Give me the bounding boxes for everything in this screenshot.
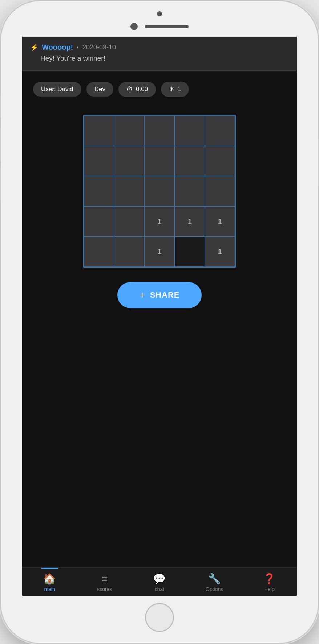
nav-label-scores: scores (97, 586, 112, 592)
timer-pill: ⏱ 0.00 (118, 82, 156, 97)
speaker-grille (145, 25, 189, 28)
nav-item-help[interactable]: ❓ Help (255, 573, 284, 592)
grid-cell[interactable] (114, 237, 144, 267)
nav-item-options[interactable]: 🔧 Options (200, 573, 229, 592)
wrench-icon: 🔧 (208, 573, 221, 585)
share-button[interactable]: + SHARE (117, 282, 201, 308)
share-plus-icon: + (139, 289, 145, 301)
camera-dot (157, 11, 162, 16)
grid-cell[interactable] (84, 176, 114, 206)
bottom-nav: 🏠 main ≡ scores 💬 chat 🔧 Options ❓ Help (22, 567, 297, 596)
home-button[interactable] (145, 603, 174, 632)
nav-label-help: Help (264, 586, 275, 592)
stars-pill: ✳ 1 (161, 82, 189, 97)
grid-cell[interactable] (114, 207, 144, 237)
nav-label-main: main (44, 586, 55, 592)
home-icon: 🏠 (43, 573, 56, 585)
notification-banner[interactable]: ⚡ Woooop! • 2020-03-10 Hey! You're a win… (22, 37, 297, 70)
chat-icon: 💬 (153, 573, 166, 585)
grid-cell[interactable]: 1 (175, 207, 205, 237)
volume-down-button[interactable] (0, 168, 1, 201)
phone-top (1, 1, 318, 37)
nav-label-options: Options (206, 586, 223, 592)
front-camera (130, 23, 138, 30)
grid-cell[interactable] (175, 237, 205, 267)
mode-pill: Dev (86, 82, 113, 97)
grid-cell[interactable]: 1 (205, 237, 235, 267)
stars-pill-label: 1 (177, 86, 181, 93)
nav-item-main[interactable]: 🏠 main (35, 573, 64, 592)
grid-cell[interactable]: 1 (144, 207, 174, 237)
grid-cell[interactable] (114, 116, 144, 146)
notification-title: Woooop! (42, 43, 73, 52)
scores-icon: ≡ (102, 573, 108, 585)
grid-cell[interactable] (144, 146, 174, 176)
grid-cell[interactable] (144, 176, 174, 206)
phone-frame: ⚡ Woooop! • 2020-03-10 Hey! You're a win… (0, 0, 319, 644)
status-row: User: David Dev ⏱ 0.00 ✳ 1 (29, 82, 290, 97)
volume-up-button[interactable] (0, 128, 1, 161)
phone-bottom (1, 596, 318, 643)
grid-cell[interactable] (144, 116, 174, 146)
grid-cell[interactable] (114, 176, 144, 206)
star-burst-icon: ✳ (169, 85, 174, 93)
question-icon: ❓ (263, 573, 276, 585)
nav-item-chat[interactable]: 💬 chat (145, 573, 174, 592)
grid-cell[interactable] (114, 146, 144, 176)
grid-cell[interactable]: 1 (144, 237, 174, 267)
timer-pill-label: 0.00 (136, 86, 148, 93)
grid-cell[interactable] (175, 146, 205, 176)
nav-item-scores[interactable]: ≡ scores (90, 573, 119, 592)
grid-cell[interactable] (205, 116, 235, 146)
bolt-icon: ⚡ (30, 44, 38, 52)
speaker-row (130, 23, 189, 30)
grid-cell[interactable] (205, 146, 235, 176)
notification-date: 2020-03-10 (82, 44, 116, 51)
game-area: User: David Dev ⏱ 0.00 ✳ 1 11111 (22, 71, 297, 567)
grid-cell[interactable] (84, 207, 114, 237)
notification-header: ⚡ Woooop! • 2020-03-10 (30, 43, 289, 52)
grid-cell[interactable]: 1 (205, 207, 235, 237)
phone-screen: ⚡ Woooop! • 2020-03-10 Hey! You're a win… (22, 37, 297, 596)
grid-cell[interactable] (175, 116, 205, 146)
grid-cell[interactable] (84, 116, 114, 146)
notification-dot: • (77, 44, 79, 51)
grid-cell[interactable] (84, 237, 114, 267)
mode-pill-label: Dev (94, 86, 105, 93)
grid-cell[interactable] (205, 176, 235, 206)
user-pill: User: David (33, 82, 81, 97)
grid-cell[interactable] (84, 146, 114, 176)
nav-label-chat: chat (155, 586, 164, 592)
timer-icon: ⏱ (126, 86, 133, 93)
user-pill-label: User: David (41, 86, 73, 93)
notification-body: Hey! You're a winner! (30, 54, 289, 62)
mute-button[interactable] (0, 95, 1, 117)
share-button-label: SHARE (150, 290, 180, 300)
minesweeper-grid[interactable]: 11111 (83, 115, 236, 268)
grid-cell[interactable] (175, 176, 205, 206)
